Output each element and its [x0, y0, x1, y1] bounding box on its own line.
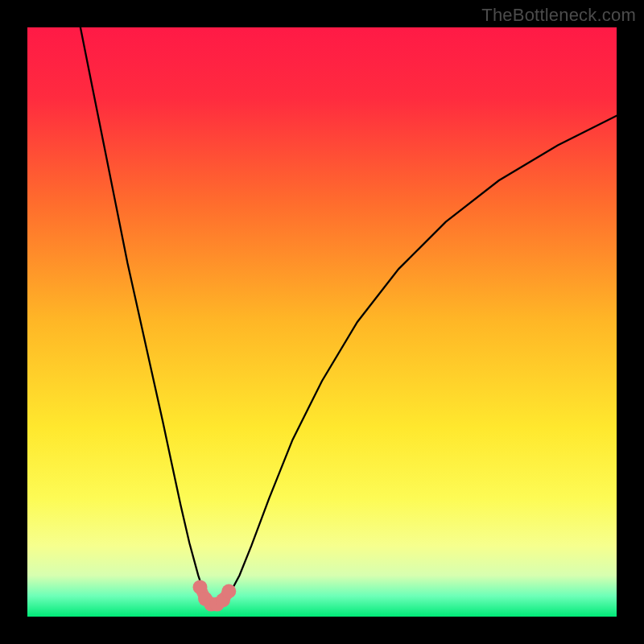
curve-layer: [27, 27, 617, 617]
highlight-dot: [221, 584, 236, 599]
bottleneck-curve: [80, 27, 617, 605]
highlight-dots: [193, 580, 237, 611]
chart-frame: TheBottleneck.com: [0, 0, 644, 644]
watermark-text: TheBottleneck.com: [481, 5, 636, 26]
plot-area: [27, 27, 617, 617]
